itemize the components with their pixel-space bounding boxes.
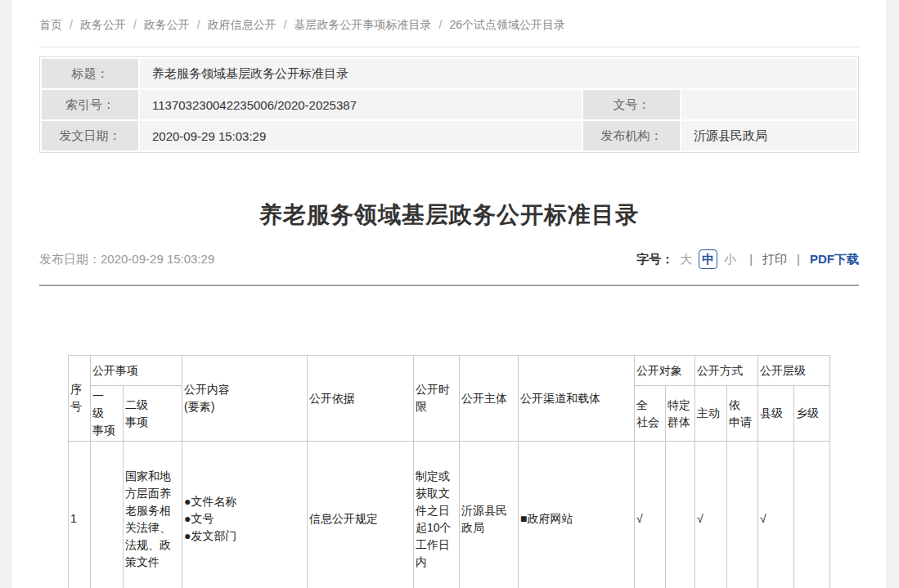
header-basis: 公开依据 <box>308 356 414 442</box>
meta-label-index: 索引号： <box>42 90 138 119</box>
header-target-specific: 特定 群体 <box>666 386 695 442</box>
breadcrumb: 首页/政务公开/政务公开/政府信息公开/基层政务公开事项标准目录/26个试点领域… <box>39 18 859 31</box>
breadcrumb-link-zwgk-1[interactable]: 政务公开 <box>80 18 126 31</box>
cell-level2: 国家和地方层面养老服务相关法律、法规、政策文件 <box>124 442 182 588</box>
meta-label-title: 标题： <box>42 59 138 88</box>
content-panel: 首页/政务公开/政务公开/政府信息公开/基层政务公开事项标准目录/26个试点领域… <box>12 0 886 588</box>
font-size-large-button[interactable]: 大 <box>680 250 692 268</box>
breadcrumb-link-standard-catalog[interactable]: 基层政务公开事项标准目录 <box>294 18 432 31</box>
catalog-table-row: 1 国家和地方层面养老服务相关法律、法规、政策文件 ●文件名称●文号●发文部门 … <box>69 442 830 588</box>
cell-level-county-check: √ <box>758 442 794 588</box>
header-mode-on-request: 依 申请 <box>727 386 758 442</box>
header-subject: 公开主体 <box>460 356 519 442</box>
meta-value-issuer: 沂源县民政局 <box>681 121 856 150</box>
breadcrumb-separator: / <box>70 18 73 31</box>
page-title: 养老服务领域基层政务公开标准目录 <box>39 200 859 230</box>
cell-level-township-check <box>794 442 830 588</box>
toolbar-pipe: | <box>749 250 753 268</box>
font-size-small-button[interactable]: 小 <box>724 250 736 268</box>
breadcrumb-link-gov-info[interactable]: 政府信息公开 <box>208 18 276 31</box>
meta-value-title: 养老服务领域基层政务公开标准目录 <box>140 59 856 88</box>
cell-mode-proactive-check: √ <box>695 442 727 588</box>
header-level2: 二级 事项 <box>124 386 182 442</box>
header-level-township: 乡级 <box>794 386 830 442</box>
article-divider <box>39 285 859 286</box>
cell-channels: ■政府网站 <box>519 442 635 588</box>
header-channel: 公开渠道和载体 <box>519 356 635 442</box>
header-mode-group: 公开方式 <box>695 356 758 386</box>
catalog-header-row-1: 序号 公开事项 公开内容 (要素) 公开依据 公开时 限 公开主体 公开渠道和载… <box>69 356 830 386</box>
header-level-county: 县级 <box>758 386 794 442</box>
document-meta-table: 标题： 养老服务领域基层政务公开标准目录 索引号： 11370323004223… <box>39 56 859 153</box>
header-level1: 一 级 事项 <box>91 386 124 442</box>
cell-basis: 信息公开规定 <box>308 442 414 588</box>
cell-target-all-check: √ <box>635 442 666 588</box>
breadcrumb-separator: / <box>439 18 443 31</box>
meta-row-date: 发文日期： 2020-09-29 15:03:29 发布机构： 沂源县民政局 <box>42 121 856 150</box>
meta-value-doc-no <box>681 90 856 119</box>
cell-seq: 1 <box>69 442 91 588</box>
header-content: 公开内容 (要素) <box>182 356 308 442</box>
header-level-group: 公开层级 <box>758 356 830 386</box>
cell-time-limit: 制定或获取文件之日起10个工作日内 <box>414 442 460 588</box>
pdf-download-link[interactable]: PDF下载 <box>810 250 859 268</box>
meta-row-index: 索引号： 113703230042235006/2020-2025387 文号： <box>42 90 856 119</box>
breadcrumb-divider <box>39 47 859 47</box>
publish-date-label: 发布日期： <box>39 252 101 266</box>
cell-target-specific-check <box>666 442 695 588</box>
header-open-items-group: 公开事项 <box>91 356 182 386</box>
header-mode-proactive: 主动 <box>695 386 727 442</box>
meta-row-title: 标题： 养老服务领域基层政务公开标准目录 <box>42 59 856 88</box>
meta-value-index: 113703230042235006/2020-2025387 <box>140 90 582 119</box>
publish-date: 发布日期：2020-09-29 15:03:29 <box>39 250 214 268</box>
cell-subject: 沂源县民政局 <box>460 442 519 588</box>
cell-content-elements: ●文件名称●文号●发文部门 <box>182 442 308 588</box>
publish-date-value: 2020-09-29 15:03:29 <box>101 252 214 266</box>
meta-value-issue-date: 2020-09-29 15:03:29 <box>140 121 582 150</box>
breadcrumb-link-zwgk-2[interactable]: 政务公开 <box>144 18 190 31</box>
cell-level1 <box>91 442 124 588</box>
breadcrumb-link-pilot-catalog[interactable]: 26个试点领域公开目录 <box>449 18 565 31</box>
cell-mode-on-request-check <box>727 442 758 588</box>
meta-label-issue-date: 发文日期： <box>42 121 138 150</box>
header-seq: 序号 <box>69 356 91 442</box>
print-button[interactable]: 打印 <box>762 250 787 268</box>
header-target-group: 公开对象 <box>635 356 695 386</box>
breadcrumb-separator: / <box>197 18 200 31</box>
meta-label-issuer: 发布机构： <box>583 121 680 150</box>
article-toolbar: 字号： 大 中 小 | 打印 | PDF下载 <box>636 249 859 269</box>
breadcrumb-separator: / <box>284 18 287 31</box>
meta-label-doc-no: 文号： <box>583 90 680 119</box>
header-target-all: 全 社会 <box>635 386 666 442</box>
breadcrumb-separator: / <box>133 18 137 31</box>
header-time-limit: 公开时 限 <box>414 356 460 442</box>
font-size-medium-button[interactable]: 中 <box>699 249 717 269</box>
font-size-label: 字号： <box>636 250 673 268</box>
breadcrumb-link-home[interactable]: 首页 <box>39 18 62 31</box>
catalog-table: 序号 公开事项 公开内容 (要素) 公开依据 公开时 限 公开主体 公开渠道和载… <box>68 355 830 588</box>
toolbar-pipe: | <box>797 250 800 268</box>
